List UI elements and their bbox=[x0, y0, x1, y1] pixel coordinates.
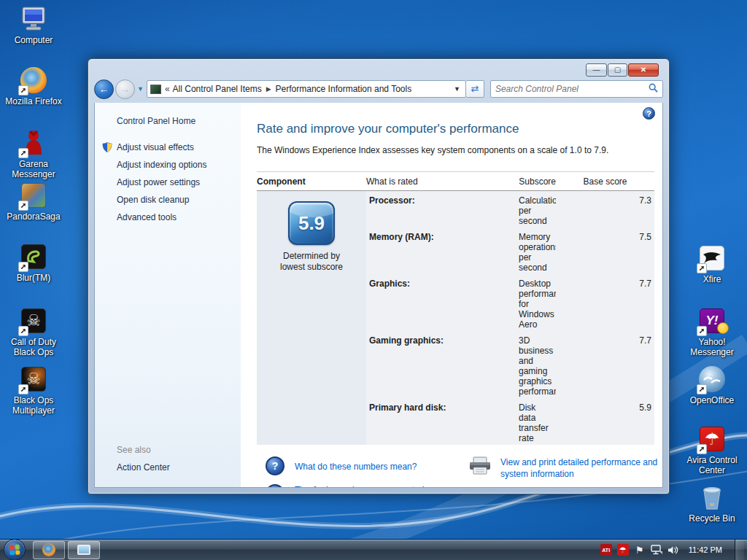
shortcut-arrow-icon: ➚ bbox=[18, 201, 28, 211]
table-row-subscore: 5.9 bbox=[556, 398, 654, 445]
start-button[interactable] bbox=[4, 539, 26, 560]
desktop-icon-xfire[interactable]: ➚ Xfire bbox=[678, 244, 746, 284]
shortcut-arrow-icon: ➚ bbox=[18, 326, 28, 336]
sidebar-item-adjust-visual-effects[interactable]: Adjust visual effects bbox=[95, 142, 241, 152]
taskbar-clock[interactable]: 11:42 PM bbox=[684, 545, 729, 554]
close-button[interactable]: ✕ bbox=[628, 63, 659, 77]
base-score-cell: 5.9 Determined by lowest subscore bbox=[257, 191, 366, 445]
link-what-numbers-mean[interactable]: ? What do these numbers mean? bbox=[257, 456, 455, 475]
table-row-component: Gaming graphics: bbox=[366, 331, 516, 398]
desktop-icon-label: OpenOffice bbox=[690, 395, 734, 405]
navigation-bar: ← → ▼ « All Control Panel Items ▶ Perfor… bbox=[94, 78, 663, 100]
wei-table: Component What is rated Subscore Base sc… bbox=[257, 171, 652, 445]
shortcut-arrow-icon: ➚ bbox=[18, 384, 28, 394]
uac-shield-icon bbox=[102, 142, 112, 152]
desktop-icon-garena[interactable]: ➚ Garena Messenger bbox=[0, 128, 67, 179]
sidebar-item-adjust-power-settings[interactable]: Adjust power settings bbox=[95, 177, 241, 187]
desktop-icon-label: Xfire bbox=[703, 274, 721, 284]
action-center-flag-icon[interactable]: ⚑ bbox=[634, 544, 646, 556]
shortcut-arrow-icon: ➚ bbox=[697, 444, 707, 454]
breadcrumb-item-performance[interactable]: Performance Information and Tools bbox=[276, 84, 412, 94]
recycle-bin-icon bbox=[697, 483, 727, 512]
shortcut-arrow-icon: ➚ bbox=[18, 85, 28, 96]
maximize-button[interactable]: ▢ bbox=[608, 63, 627, 77]
taskbar-button-control-panel[interactable] bbox=[68, 541, 100, 559]
table-row-component: Primary hard disk: bbox=[366, 398, 516, 445]
ati-tray-icon[interactable]: ATI bbox=[600, 544, 612, 556]
sidebar-item-label: Adjust power settings bbox=[117, 177, 200, 187]
system-tray: ATI ☂ ⚑ 11:42 PM bbox=[600, 540, 747, 560]
address-dropdown-icon[interactable]: ▼ bbox=[452, 85, 462, 93]
firefox-icon: ➚ bbox=[19, 66, 48, 95]
breadcrumb-collapse-icon[interactable]: « bbox=[165, 84, 170, 94]
search-box[interactable] bbox=[490, 80, 663, 98]
desktop-icon-avira[interactable]: ☂ ➚ Avira Control Center bbox=[678, 424, 746, 475]
desktop-icon-cod-black-ops[interactable]: ☠ ➚ Call of Duty Black Ops bbox=[0, 306, 67, 357]
desktop-icon-yahoo-messenger[interactable]: Y! ➚ Yahoo! Messenger bbox=[678, 306, 746, 357]
help-links-section: ? What do these numbers mean? ? Tips for… bbox=[257, 456, 652, 487]
table-row-component: Processor: bbox=[366, 191, 516, 228]
volume-icon[interactable] bbox=[667, 544, 679, 556]
desktop-icon-label: Black Ops Multiplayer bbox=[0, 395, 67, 416]
shortcut-arrow-icon: ➚ bbox=[18, 262, 28, 272]
link-label[interactable]: What do these numbers mean? bbox=[295, 461, 417, 472]
sidebar-item-adjust-indexing-options[interactable]: Adjust indexing options bbox=[95, 160, 241, 170]
firefox-icon bbox=[42, 543, 55, 556]
sidebar-item-open-disk-cleanup[interactable]: Open disk cleanup bbox=[95, 195, 241, 205]
link-label[interactable]: View and print detailed performance and … bbox=[500, 456, 662, 480]
sidebar-item-advanced-tools[interactable]: Advanced tools bbox=[95, 212, 241, 222]
desktop-icon-openoffice[interactable]: ➚ OpenOffice bbox=[678, 365, 746, 405]
cod-black-ops-icon: ☠ ➚ bbox=[19, 306, 48, 335]
computer-icon bbox=[19, 4, 48, 34]
table-row-component: Memory (RAM): bbox=[366, 228, 516, 274]
pandorasaga-icon: ➚ bbox=[19, 181, 48, 210]
desktop-icon-blur[interactable]: ➚ Blur(TM) bbox=[0, 242, 67, 283]
blur-icon: ➚ bbox=[19, 242, 48, 271]
link-tips-improving[interactable]: ? Tips for improving your computer's per… bbox=[257, 484, 455, 487]
page-intro: The Windows Experience Index assesses ke… bbox=[257, 145, 652, 155]
back-button[interactable]: ← bbox=[94, 79, 114, 99]
sidebar-item-action-center[interactable]: Action Center bbox=[95, 462, 241, 472]
refresh-button[interactable]: ⇄ bbox=[466, 80, 484, 98]
desktop-icon-label: Call of Duty Black Ops bbox=[0, 337, 67, 357]
desktop-icon-label: Garena Messenger bbox=[0, 159, 67, 179]
table-row-rated: Disk data transfer rate bbox=[516, 398, 556, 445]
shortcut-arrow-icon: ➚ bbox=[18, 148, 28, 158]
sidebar-item-label: Adjust indexing options bbox=[117, 160, 206, 170]
avira-tray-icon[interactable]: ☂ bbox=[617, 544, 629, 556]
forward-button[interactable]: → bbox=[115, 79, 135, 99]
show-desktop-button[interactable] bbox=[735, 540, 744, 560]
breadcrumb-item-control-panel-items[interactable]: All Control Panel Items bbox=[173, 84, 262, 94]
recent-pages-chevron-icon[interactable]: ▼ bbox=[137, 85, 144, 93]
desktop-icon-recycle-bin[interactable]: Recycle Bin bbox=[678, 483, 746, 524]
taskbar-button-firefox[interactable] bbox=[33, 541, 65, 559]
title-bar[interactable]: — ▢ ✕ bbox=[94, 59, 663, 78]
search-input[interactable] bbox=[495, 84, 649, 94]
search-icon[interactable] bbox=[649, 83, 658, 95]
desktop-icon-firefox[interactable]: ➚ Mozilla Firefox bbox=[0, 66, 67, 106]
desktop-icon-black-ops-multiplayer[interactable]: ☠ ➚ Black Ops Multiplayer bbox=[0, 365, 67, 416]
link-label[interactable]: Tips for improving your computer's perfo… bbox=[295, 484, 455, 487]
main-content: ? Rate and improve your computer's perfo… bbox=[241, 103, 662, 487]
desktop-icon-pandorasaga[interactable]: ➚ PandoraSaga bbox=[0, 181, 67, 222]
sidebar-item-control-panel-home[interactable]: Control Panel Home bbox=[95, 116, 241, 126]
table-row-rated: Calculations per second bbox=[516, 191, 556, 228]
help-icon[interactable]: ? bbox=[643, 107, 655, 120]
shortcut-arrow-icon: ➚ bbox=[697, 263, 707, 273]
address-bar[interactable]: « All Control Panel Items ▶ Performance … bbox=[147, 80, 466, 98]
table-row-subscore: 7.7 bbox=[556, 274, 654, 331]
desktop-icon-label: Avira Control Center bbox=[678, 455, 746, 475]
network-icon[interactable] bbox=[651, 544, 662, 556]
table-row-rated: Memory operations per second bbox=[516, 228, 556, 274]
taskbar: ATI ☂ ⚑ 11:42 PM bbox=[0, 539, 747, 560]
table-row-subscore: 7.3 bbox=[556, 191, 654, 228]
desktop-icon-computer[interactable]: Computer bbox=[0, 4, 67, 45]
link-view-print-details[interactable]: View and print detailed performance and … bbox=[468, 456, 662, 487]
minimize-button[interactable]: — bbox=[586, 63, 607, 77]
printer-icon bbox=[468, 456, 492, 478]
black-ops-multiplayer-icon: ☠ ➚ bbox=[19, 365, 48, 394]
window-body: Control Panel Home Adjust visual effects… bbox=[94, 103, 663, 488]
sidebar-item-label: Open disk cleanup bbox=[117, 195, 189, 205]
control-panel-window: — ▢ ✕ ← → ▼ « All Control Panel Items ▶ … bbox=[88, 58, 670, 494]
see-also-heading: See also bbox=[95, 445, 241, 455]
